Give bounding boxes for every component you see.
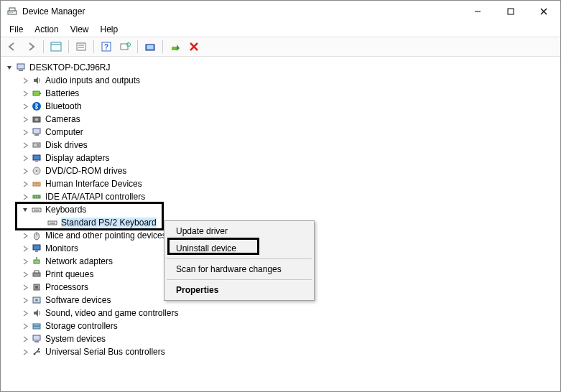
device-manager-icon <box>6 6 18 17</box>
chevron-right-icon[interactable] <box>21 244 29 253</box>
show-hide-tree-button[interactable] <box>47 39 65 55</box>
tree-category-row[interactable]: IDE ATA/ATAPI controllers <box>1 190 560 203</box>
uninstall-device-button[interactable] <box>185 39 203 55</box>
close-button[interactable] <box>527 1 560 22</box>
tree-category-row[interactable]: Batteries <box>1 87 560 100</box>
maximize-button[interactable] <box>494 1 527 22</box>
context-update-driver[interactable]: Update driver <box>166 223 312 240</box>
tree-category-row[interactable]: Universal Serial Bus controllers <box>1 345 560 358</box>
category-icon <box>31 165 42 177</box>
chevron-right-icon[interactable] <box>21 270 29 279</box>
tree-category-row[interactable]: Storage controllers <box>1 319 560 332</box>
category-icon <box>31 178 42 190</box>
tree-category-row[interactable]: Computer <box>1 126 560 139</box>
context-menu: Update driver Uninstall device Scan for … <box>164 220 315 301</box>
category-label: Universal Serial Bus controllers <box>45 347 165 357</box>
chevron-right-icon[interactable] <box>21 154 29 162</box>
category-label: Disk drives <box>45 140 88 150</box>
tree-category-row[interactable]: Human Interface Devices <box>1 177 560 190</box>
svg-point-55 <box>36 257 37 258</box>
category-label: Display adapters <box>45 153 109 163</box>
chevron-right-icon[interactable] <box>21 257 29 266</box>
category-label: Print queues <box>45 269 93 279</box>
chevron-right-icon[interactable] <box>21 179 29 188</box>
chevron-right-icon[interactable] <box>21 283 29 291</box>
svg-rect-8 <box>51 42 61 51</box>
category-icon <box>31 320 42 332</box>
chevron-right-icon[interactable] <box>21 89 29 98</box>
chevron-right-icon[interactable] <box>21 309 29 317</box>
svg-rect-34 <box>35 161 38 162</box>
enable-device-button[interactable] <box>167 39 184 55</box>
chevron-right-icon[interactable] <box>21 115 29 123</box>
menu-view[interactable]: View <box>65 23 95 36</box>
tree-root-label: DESKTOP-DCJ96RJ <box>29 62 110 73</box>
chevron-right-icon[interactable] <box>21 192 29 201</box>
tree-category-row[interactable]: Sound, video and game controllers <box>1 307 560 319</box>
svg-rect-51 <box>33 245 40 250</box>
chevron-right-icon[interactable] <box>21 128 29 136</box>
chevron-right-icon[interactable] <box>21 102 29 111</box>
svg-rect-5 <box>508 9 514 14</box>
category-icon <box>31 139 42 151</box>
toolbar: ? <box>1 37 560 57</box>
update-driver-button[interactable] <box>142 39 159 55</box>
tree-category-row[interactable]: Disk drives <box>1 139 560 151</box>
menu-file[interactable]: File <box>4 23 29 36</box>
svg-point-26 <box>32 102 41 111</box>
context-uninstall-device[interactable]: Uninstall device <box>166 240 312 257</box>
chevron-down-icon[interactable] <box>21 205 29 214</box>
device-label: Standard PS/2 Keyboard <box>61 218 157 228</box>
svg-rect-23 <box>19 70 23 71</box>
category-icon <box>31 294 42 306</box>
help-button[interactable]: ? <box>98 39 115 55</box>
category-label: Computer <box>45 127 83 137</box>
tree-category-row[interactable]: Keyboards <box>1 203 560 216</box>
svg-rect-62 <box>33 324 40 326</box>
category-label: Network adapters <box>45 256 113 266</box>
chevron-right-icon[interactable] <box>21 322 29 330</box>
chevron-right-icon[interactable] <box>21 231 29 240</box>
tree-category-row[interactable]: Audio inputs and outputs <box>1 74 560 87</box>
category-icon <box>31 126 42 138</box>
menu-action[interactable]: Action <box>29 23 64 36</box>
svg-rect-64 <box>33 335 40 340</box>
svg-rect-52 <box>35 251 38 252</box>
tree-category-row[interactable]: Display adapters <box>1 151 560 164</box>
svg-rect-1 <box>9 8 15 11</box>
category-icon <box>31 269 42 280</box>
chevron-right-icon[interactable] <box>21 141 29 149</box>
tree-root-row[interactable]: DESKTOP-DCJ96RJ <box>1 61 560 74</box>
context-properties[interactable]: Properties <box>166 281 312 299</box>
menu-help[interactable]: Help <box>95 23 124 36</box>
chevron-down-icon[interactable] <box>5 63 14 72</box>
chevron-right-icon[interactable] <box>21 76 29 85</box>
svg-rect-63 <box>33 327 40 329</box>
category-label: Batteries <box>45 88 79 98</box>
properties-button[interactable] <box>73 39 90 55</box>
chevron-right-icon[interactable] <box>21 167 29 175</box>
category-label: Cameras <box>45 114 80 124</box>
category-label: Audio inputs and outputs <box>45 75 140 85</box>
category-icon <box>31 333 42 345</box>
category-icon <box>31 88 42 99</box>
svg-rect-33 <box>33 155 40 160</box>
category-label: Monitors <box>45 243 78 253</box>
chevron-right-icon[interactable] <box>21 347 29 356</box>
category-icon <box>31 113 42 125</box>
tree-category-row[interactable]: DVD/CD-ROM drives <box>1 164 560 177</box>
scan-hardware-button[interactable] <box>116 39 134 55</box>
tree-category-row[interactable]: System devices <box>1 332 560 345</box>
svg-rect-25 <box>40 93 41 94</box>
chevron-right-icon[interactable] <box>21 296 29 304</box>
back-button[interactable] <box>4 39 21 55</box>
forward-button[interactable] <box>22 39 40 55</box>
category-icon <box>31 230 42 241</box>
category-icon <box>31 307 42 319</box>
tree-category-row[interactable]: Cameras <box>1 113 560 126</box>
svg-rect-53 <box>34 260 40 263</box>
tree-category-row[interactable]: Bluetooth <box>1 100 560 113</box>
chevron-right-icon[interactable] <box>21 335 29 343</box>
context-scan-hardware[interactable]: Scan for hardware changes <box>166 261 312 278</box>
minimize-button[interactable] <box>461 1 494 22</box>
